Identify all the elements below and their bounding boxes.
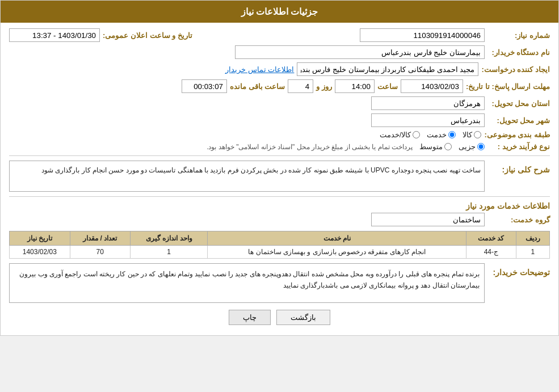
process-jozi-radio[interactable]	[477, 143, 485, 150]
reply-time-input[interactable]	[335, 79, 375, 93]
print-button[interactable]: چاپ	[229, 310, 271, 325]
need-number-label: شماره نیاز:	[487, 31, 550, 40]
process-label: نوع فرآیند خرید :	[487, 142, 550, 151]
service-group-row: گروه خدمت:	[9, 213, 550, 226]
category-kala-radio[interactable]	[474, 131, 481, 138]
page-title: جزئیات اطلاعات نیاز	[241, 7, 318, 16]
cell-code: ج-44	[466, 246, 516, 259]
creator-row: ایجاد کننده درخواست: اطلاعات تماس خریدار	[9, 62, 550, 76]
contact-link[interactable]: اطلاعات تماس خریدار	[225, 65, 294, 74]
announce-date-input[interactable]	[9, 28, 100, 42]
category-kala-option[interactable]: کالا	[463, 130, 481, 139]
page-header: جزئیات اطلاعات نیاز	[1, 1, 558, 23]
cell-date: 1403/02/03	[10, 246, 70, 259]
cell-unit: 1	[131, 246, 208, 259]
city-label: شهر محل تحویل:	[487, 116, 550, 125]
category-khedmat-label: خدمت	[427, 130, 447, 139]
buyer-org-label: نام دستگاه خریدار:	[487, 48, 550, 57]
process-note: پرداخت تمام یا بخشی از مبلغ خریدار محل "…	[207, 143, 413, 151]
category-khedmat-option[interactable]: خدمت	[427, 130, 456, 139]
category-kala-khedmat-option[interactable]: کالا/خدمت	[380, 130, 421, 139]
process-motavasset-option[interactable]: متوسط	[419, 142, 452, 151]
reply-deadline-label: مهلت ارسال پاسخ: تا تاریخ:	[466, 82, 550, 91]
category-kala-label: کالا	[463, 130, 472, 139]
reply-days-label: روز و	[316, 82, 332, 91]
process-motavasset-radio[interactable]	[444, 143, 452, 150]
table-row: 1 ج-44 انجام کارهای متفرقه درخصوص بازساز…	[10, 246, 550, 259]
divider-2	[9, 196, 550, 197]
buyer-notes-text: برنده تمام پنجره های قبلی را درآورده وبه…	[9, 263, 485, 303]
description-label: شرح کلی نیاز:	[487, 165, 550, 174]
process-jozi-option[interactable]: جزیی	[459, 142, 485, 151]
province-row: استان محل تحویل:	[9, 96, 550, 110]
process-jozi-label: جزیی	[459, 142, 476, 151]
services-table: ردیف کد خدمت نام خدمت واحد اندازه گیری ت…	[9, 231, 550, 259]
buyer-org-input[interactable]	[235, 45, 485, 59]
col-unit: واحد اندازه گیری	[131, 231, 208, 246]
category-label: طبقه بندی موضوعی:	[484, 130, 550, 139]
process-motavasset-label: متوسط	[419, 142, 443, 151]
buyer-org-row: نام دستگاه خریدار:	[9, 45, 550, 59]
col-quantity: تعداد / مقدار	[70, 231, 130, 246]
buttons-row: بازگشت چاپ	[9, 310, 550, 325]
reply-deadline-row: مهلت ارسال پاسخ: تا تاریخ: ساعت روز و سا…	[9, 79, 550, 93]
creator-label: ایجاد کننده درخواست:	[481, 65, 550, 74]
process-row: نوع فرآیند خرید : جزیی متوسط پرداخت تمام…	[9, 142, 550, 151]
announce-date-label: تاریخ و ساعت اعلان عمومی:	[103, 31, 192, 40]
province-input[interactable]	[371, 96, 485, 110]
buyer-notes-row: توضیحات خریدار: برنده تمام پنجره های قبل…	[9, 263, 550, 303]
col-row: ردیف	[516, 231, 549, 246]
city-input[interactable]	[371, 113, 485, 127]
service-group-label: گروه خدمت:	[487, 216, 550, 224]
back-button[interactable]: بازگشت	[276, 310, 330, 325]
reply-remaining-input[interactable]	[182, 79, 227, 93]
reply-time-label: ساعت	[377, 82, 398, 91]
reply-remaining-label: ساعت باقی مانده	[230, 82, 285, 91]
city-row: شهر محل تحویل:	[9, 113, 550, 127]
description-section: شرح کلی نیاز: ساخت تهیه نصب پنجره دوجدار…	[9, 161, 550, 192]
services-table-section: ردیف کد خدمت نام خدمت واحد اندازه گیری ت…	[9, 231, 550, 259]
creator-input[interactable]	[297, 62, 478, 76]
need-number-input[interactable]	[360, 28, 485, 42]
cell-quantity: 70	[70, 246, 130, 259]
divider-1	[9, 155, 550, 156]
category-radio-group: کالا خدمت کالا/خدمت	[380, 130, 482, 139]
process-radio-group: جزیی متوسط پرداخت تمام یا بخشی از مبلغ خ…	[207, 142, 485, 151]
col-name: نام خدمت	[208, 231, 466, 246]
need-number-row: شماره نیاز: تاریخ و ساعت اعلان عمومی:	[9, 28, 550, 42]
cell-name: انجام کارهای متفرقه درخصوص بازسازی و بهس…	[208, 246, 466, 259]
service-group-input[interactable]	[371, 213, 485, 226]
description-text: ساخت تهیه نصب پنجره دوجداره UPVC با شیشه…	[9, 161, 485, 192]
category-kala-khedmat-label: کالا/خدمت	[380, 130, 411, 139]
col-date: تاریخ نیاز	[10, 231, 70, 246]
category-kala-khedmat-radio[interactable]	[413, 131, 420, 138]
province-label: استان محل تحویل:	[487, 99, 550, 108]
category-row: طبقه بندی موضوعی: کالا خدمت کالا/خدمت	[9, 130, 550, 139]
services-section-title: اطلاعات خدمات مورد نیاز	[9, 201, 550, 210]
col-code: کد خدمت	[466, 231, 516, 246]
cell-row: 1	[516, 246, 549, 259]
buyer-notes-label: توضیحات خریدار:	[487, 268, 550, 277]
category-khedmat-radio[interactable]	[448, 131, 456, 138]
reply-date-input[interactable]	[401, 79, 463, 93]
reply-days-input[interactable]	[288, 79, 313, 93]
